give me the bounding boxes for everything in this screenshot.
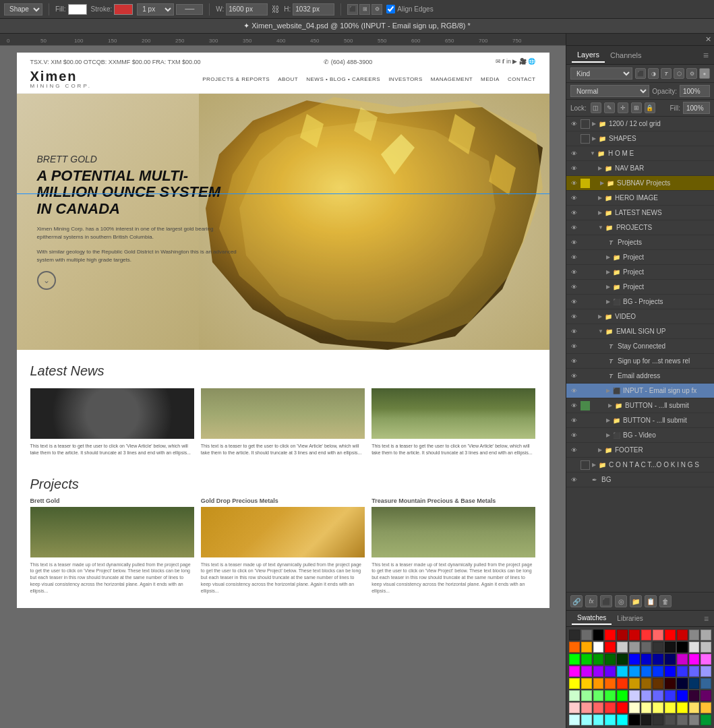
layer-eye-icon[interactable]: 👁 — [569, 193, 578, 203]
layer-item-home[interactable]: 👁 ▼ 📁 H O M E — [566, 146, 714, 161]
tool-select[interactable]: Shape — [4, 3, 42, 16]
filter-shape-icon[interactable]: ⬡ — [674, 68, 684, 79]
layer-eye-icon[interactable]: 👁 — [569, 282, 578, 292]
swatch[interactable] — [665, 630, 676, 640]
swatch[interactable] — [653, 702, 663, 713]
swatch[interactable] — [641, 654, 652, 665]
nav-item[interactable]: MANAGEMENT — [431, 76, 473, 82]
swatch[interactable] — [701, 715, 711, 725]
layer-eye-icon[interactable]: 👁 — [569, 460, 578, 470]
stroke-width-select[interactable]: 1 px — [137, 3, 174, 16]
layer-eye-icon[interactable]: 👁 — [569, 357, 578, 366]
swatch[interactable] — [581, 630, 592, 640]
swatch[interactable] — [617, 666, 628, 677]
swatch[interactable] — [617, 702, 628, 713]
layer-eye-icon[interactable]: 👁 — [569, 268, 578, 277]
fill-swatch[interactable] — [68, 4, 87, 15]
swatch[interactable] — [665, 715, 676, 725]
layer-eye-icon[interactable]: 👁 — [569, 208, 578, 218]
swatch[interactable] — [641, 630, 652, 640]
swatch[interactable] — [677, 654, 688, 665]
swatch[interactable] — [641, 666, 652, 677]
layer-eye-icon[interactable]: 👁 — [569, 401, 578, 411]
swatch[interactable] — [569, 715, 580, 725]
tab-libraries[interactable]: Libraries — [612, 613, 648, 624]
layer-item-bg-projects[interactable]: 👁 ▶ ⬛ BG - Projects — [566, 295, 714, 309]
tab-swatches[interactable]: Swatches — [572, 612, 612, 625]
swatch[interactable] — [569, 678, 580, 689]
swatch[interactable] — [665, 702, 676, 713]
path-op-3[interactable]: ⚙ — [371, 4, 382, 15]
swatch[interactable] — [593, 690, 604, 701]
height-input[interactable] — [293, 3, 334, 16]
layer-item-projects-text[interactable]: 👁 T Projects — [566, 235, 714, 250]
swatch[interactable] — [617, 690, 628, 701]
swatch[interactable] — [605, 630, 616, 640]
swatch[interactable] — [689, 690, 700, 701]
layer-eye-icon[interactable]: 👁 — [569, 475, 578, 485]
panel-tab-menu-icon[interactable]: ≡ — [703, 50, 709, 61]
blend-mode-select[interactable]: Normal — [570, 85, 649, 97]
swatch[interactable] — [605, 702, 616, 713]
swatch[interactable] — [677, 678, 688, 689]
swatch[interactable] — [605, 654, 616, 665]
swatch[interactable] — [581, 702, 592, 713]
nav-item[interactable]: ABOUT — [278, 76, 298, 82]
layer-item-email-address[interactable]: 👁 T Email address — [566, 369, 714, 384]
layer-eye-icon[interactable]: 👁 — [569, 312, 578, 322]
layer-item-shapes[interactable]: 👁 ▶ 📁 SHAPES — [566, 131, 714, 146]
swatch[interactable] — [689, 702, 700, 713]
swatch[interactable] — [581, 654, 592, 665]
swatch[interactable] — [569, 654, 580, 665]
swatch[interactable] — [701, 690, 711, 701]
layer-eye-icon[interactable]: 👁 — [569, 134, 578, 144]
swatch[interactable] — [677, 690, 688, 701]
layer-eye-icon[interactable]: 👁 — [569, 386, 578, 396]
swatch[interactable] — [641, 678, 652, 689]
swatch[interactable] — [593, 666, 604, 677]
layer-eye-icon[interactable]: 👁 — [569, 149, 578, 158]
align-edges-checkbox[interactable] — [386, 5, 395, 13]
tab-layers[interactable]: Layers — [572, 48, 605, 63]
layer-eye-icon[interactable]: 👁 — [569, 431, 578, 440]
filter-adjust-icon[interactable]: ◑ — [648, 68, 659, 79]
swatches-tab-menu-icon[interactable]: ≡ — [704, 614, 709, 624]
layer-item-subnav[interactable]: 👁 ▶ 📁 SUBNAV Projects — [566, 176, 714, 191]
swatch[interactable] — [701, 630, 711, 640]
layer-eye-icon[interactable]: 👁 — [569, 342, 578, 351]
layer-item-projects[interactable]: 👁 ▼ 📁 PROJECTS — [566, 220, 714, 235]
stroke-swatch[interactable] — [114, 4, 133, 15]
layer-eye-icon[interactable]: 👁 — [569, 446, 578, 455]
layer-item-nav-bar[interactable]: 👁 ▶ 📁 NAV BAR — [566, 161, 714, 176]
swatch[interactable] — [665, 690, 676, 701]
swatch[interactable] — [593, 715, 604, 725]
nav-item[interactable]: MEDIA — [481, 76, 500, 82]
layer-item-button-2[interactable]: 👁 ▶ 📁 BUTTON - ...ll submit — [566, 413, 714, 428]
swatch[interactable] — [581, 666, 592, 677]
swatch[interactable] — [689, 630, 700, 640]
swatch[interactable] — [629, 678, 640, 689]
layer-eye-icon[interactable]: 👁 — [569, 297, 578, 307]
swatch[interactable] — [593, 630, 604, 640]
tab-channels[interactable]: Channels — [605, 49, 647, 62]
swatch[interactable] — [605, 690, 616, 701]
layer-eye-icon[interactable]: 👁 — [569, 119, 578, 129]
swatch[interactable] — [581, 715, 592, 725]
opacity-input[interactable] — [680, 85, 710, 97]
swatch[interactable] — [701, 702, 711, 713]
swatch[interactable] — [653, 630, 663, 640]
swatch[interactable] — [677, 642, 688, 653]
new-layer-icon[interactable]: 📋 — [645, 595, 657, 607]
swatch[interactable] — [641, 690, 652, 701]
hero-scroll-button[interactable]: ⌄ — [37, 271, 56, 290]
layer-eye-icon[interactable]: 👁 — [569, 416, 578, 425]
swatch[interactable] — [689, 642, 700, 653]
swatch[interactable] — [677, 702, 688, 713]
layers-list[interactable]: 👁 ▶ 📁 1200 / 12 col grid 👁 ▶ 📁 SHAPES 👁 … — [566, 117, 714, 592]
swatch[interactable] — [641, 702, 652, 713]
lock-all-icon[interactable]: 🔒 — [645, 102, 655, 113]
swatch[interactable] — [641, 715, 652, 725]
layer-eye-icon[interactable]: 👁 — [569, 164, 578, 173]
swatch[interactable] — [701, 642, 711, 653]
link-layers-icon[interactable]: 🔗 — [570, 595, 583, 607]
